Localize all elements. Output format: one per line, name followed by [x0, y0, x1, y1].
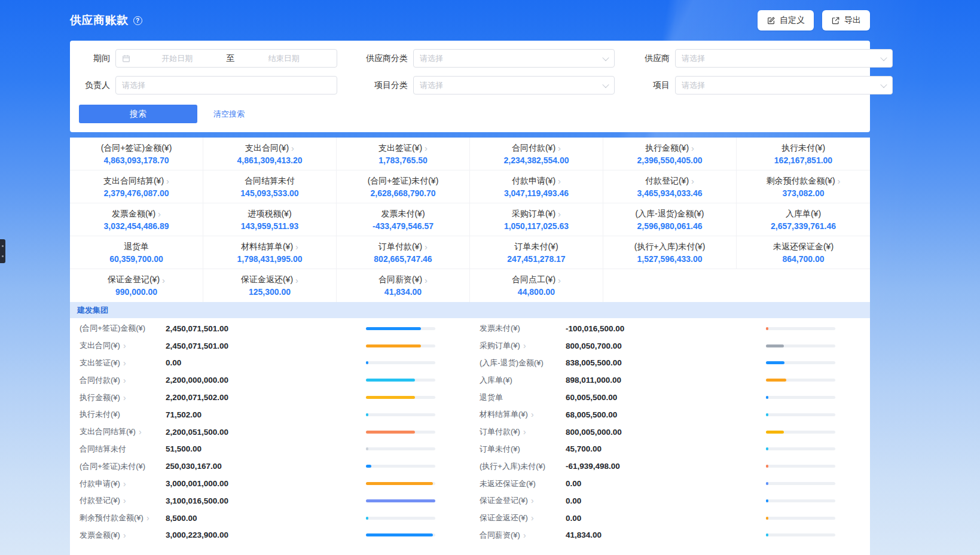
detail-row-label[interactable]: 执行金额(¥)›: [80, 392, 166, 403]
filter-panel: 期间 开始日期 至 结束日期 供应商分类 请选择 供应商 请选择: [70, 41, 870, 132]
search-button[interactable]: 搜索: [79, 105, 197, 123]
manager-select[interactable]: 请选择: [115, 76, 337, 94]
summary-card[interactable]: 执行金额(¥)›2,396,550,405.00: [603, 138, 737, 170]
detail-row-label[interactable]: 剩余预付款金额(¥)›: [80, 513, 166, 523]
detail-row-label[interactable]: 付款申请(¥)›: [80, 478, 166, 489]
summary-card-value: 802,665,747.46: [374, 254, 432, 264]
supplier-select[interactable]: 请选择: [675, 49, 893, 68]
summary-card-value: 1,798,431,995.00: [237, 254, 303, 264]
export-button[interactable]: 导出: [822, 10, 870, 31]
detail-row-label[interactable]: 材料结算单(¥)›: [480, 409, 566, 420]
chevron-right-icon: ›: [123, 376, 126, 385]
summary-card-value: 143,959,511.93: [241, 221, 299, 231]
summary-card[interactable]: 支出合同(¥)›4,861,309,413.20: [203, 138, 337, 170]
detail-row-value: -100,016,500.00: [566, 324, 624, 333]
summary-card[interactable]: 付款申请(¥)›3,047,119,493.46: [470, 170, 603, 203]
summary-card-label: 剩余预付款金额(¥)›: [766, 176, 840, 187]
project-category-select[interactable]: 请选择: [413, 76, 615, 94]
progress-bar: [366, 327, 435, 330]
help-icon[interactable]: ?: [133, 16, 142, 25]
summary-card-value: 125,300.00: [249, 287, 291, 297]
summary-card[interactable]: 发票金额(¥)›3,032,454,486.89: [70, 203, 203, 236]
end-date-placeholder[interactable]: 结束日期: [237, 53, 331, 64]
main-content: 供应商账款 ? 自定义 导出 期间 开始日期 至 结束日期: [70, 0, 870, 555]
export-label: 导出: [844, 15, 861, 26]
summary-card[interactable]: 合同付款(¥)›2,234,382,554.00: [470, 138, 603, 170]
summary-card[interactable]: 保证金登记(¥)›990,000.00: [70, 269, 203, 302]
progress-bar: [366, 361, 435, 364]
manager-label: 负责人: [79, 80, 110, 91]
summary-card-label: 保证金返还(¥)›: [241, 275, 298, 285]
detail-row-value: 0.00: [566, 496, 581, 505]
summary-card[interactable]: 材料结算单(¥)›1,798,431,995.00: [203, 236, 337, 269]
summary-card-value: 1,050,117,025.63: [504, 221, 569, 231]
summary-card-label: 退货单: [124, 242, 149, 252]
detail-row-label[interactable]: 合同付款(¥)›: [80, 375, 166, 386]
summary-card-value: 990,000.00: [115, 287, 157, 297]
detail-row: 订单付款(¥)›800,005,000.00: [470, 423, 870, 441]
detail-row-label[interactable]: 订单付款(¥)›: [480, 426, 566, 437]
summary-card[interactable]: 支出合同结算(¥)›2,379,476,087.00: [70, 170, 203, 203]
detail-row-label[interactable]: 支出合同结算(¥)›: [80, 426, 166, 437]
summary-card[interactable]: 合同薪资(¥)›41,834.00: [337, 269, 470, 302]
summary-card-value: 864,700.00: [782, 254, 824, 264]
chevron-down-icon: [602, 54, 609, 60]
detail-row: 保证金返还(¥)›0.00: [470, 510, 870, 527]
project-label: 项目: [630, 80, 670, 91]
summary-card-label: 支出签证(¥)›: [378, 143, 428, 154]
detail-row-value: 800,005,000.00: [566, 428, 622, 437]
summary-card[interactable]: 支出签证(¥)›1,783,765.50: [337, 138, 470, 170]
summary-card[interactable]: 订单付款(¥)›802,665,747.46: [337, 236, 470, 269]
summary-card[interactable]: 剩余预付款金额(¥)›373,082.00: [737, 170, 870, 203]
supplier-category-placeholder: 请选择: [420, 53, 443, 64]
progress-bar: [366, 413, 435, 416]
chevron-right-icon: ›: [123, 480, 126, 488]
summary-card[interactable]: 采购订单(¥)›1,050,117,025.63: [470, 203, 603, 236]
summary-card-label: 材料结算单(¥)›: [241, 242, 298, 252]
summary-card[interactable]: 合同点工(¥)›44,800.00: [470, 269, 603, 302]
detail-row-label[interactable]: 保证金登记(¥)›: [480, 495, 566, 506]
detail-row: 材料结算单(¥)›68,005,500.00: [470, 406, 870, 423]
summary-card[interactable]: 保证金返还(¥)›125,300.00: [203, 269, 337, 302]
summary-card-label: 合同点工(¥)›: [512, 275, 561, 285]
date-range-input[interactable]: 开始日期 至 结束日期: [115, 49, 337, 68]
chevron-right-icon: ›: [523, 428, 526, 436]
detail-row: 支出合同(¥)›2,450,071,501.00: [70, 337, 470, 355]
chevron-right-icon: ›: [425, 276, 428, 285]
detail-row: 合同薪资(¥)›41,834.00: [470, 527, 870, 544]
detail-row-value: 3,000,001,000.00: [166, 479, 228, 488]
chevron-right-icon: ›: [123, 341, 126, 350]
summary-card-label: (入库-退货)金额(¥): [635, 209, 704, 219]
summary-card: 进项税额(¥)143,959,511.93: [203, 203, 337, 236]
clear-search-link[interactable]: 清空搜索: [213, 109, 245, 120]
summary-card: 入库单(¥)2,657,339,761.46: [737, 203, 870, 236]
progress-bar: [766, 396, 835, 399]
chevron-right-icon: ›: [166, 176, 169, 185]
summary-card-label: (执行+入库)未付(¥): [634, 242, 706, 252]
start-date-placeholder[interactable]: 开始日期: [130, 53, 224, 64]
project-category-label: 项目分类: [352, 80, 408, 91]
chevron-right-icon: ›: [291, 144, 294, 153]
supplier-category-select[interactable]: 请选择: [413, 49, 615, 68]
detail-row: (执行+入库)未付(¥)-61,939,498.00: [470, 458, 870, 475]
period-label: 期间: [79, 53, 110, 64]
detail-row-label[interactable]: 合同薪资(¥)›: [480, 530, 566, 541]
detail-row-value: 8,500.00: [166, 514, 197, 523]
summary-card[interactable]: 付款登记(¥)›3,465,934,033.46: [603, 170, 737, 203]
side-drawer-handle[interactable]: [0, 239, 5, 263]
customize-button[interactable]: 自定义: [758, 10, 814, 31]
group-name-link[interactable]: 建发集团: [77, 305, 108, 316]
detail-row-label[interactable]: 采购订单(¥)›: [480, 340, 566, 351]
detail-row-label[interactable]: 保证金返还(¥)›: [480, 513, 566, 523]
summary-card-empty: [603, 269, 737, 302]
detail-row-label[interactable]: 发票金额(¥)›: [80, 530, 166, 541]
detail-row-label[interactable]: 支出合同(¥)›: [80, 340, 166, 351]
summary-card-value: 2,657,339,761.46: [771, 221, 836, 231]
calendar-icon: [122, 54, 130, 63]
detail-row-label[interactable]: 付款登记(¥)›: [80, 495, 166, 506]
summary-card: (执行+入库)未付(¥)1,527,596,433.00: [603, 236, 737, 269]
summary-card-label: 订单付款(¥)›: [378, 242, 428, 252]
detail-row-value: 0.00: [166, 358, 181, 367]
detail-row-label[interactable]: 支出签证(¥)›: [80, 358, 166, 368]
project-select[interactable]: 请选择: [675, 76, 893, 94]
